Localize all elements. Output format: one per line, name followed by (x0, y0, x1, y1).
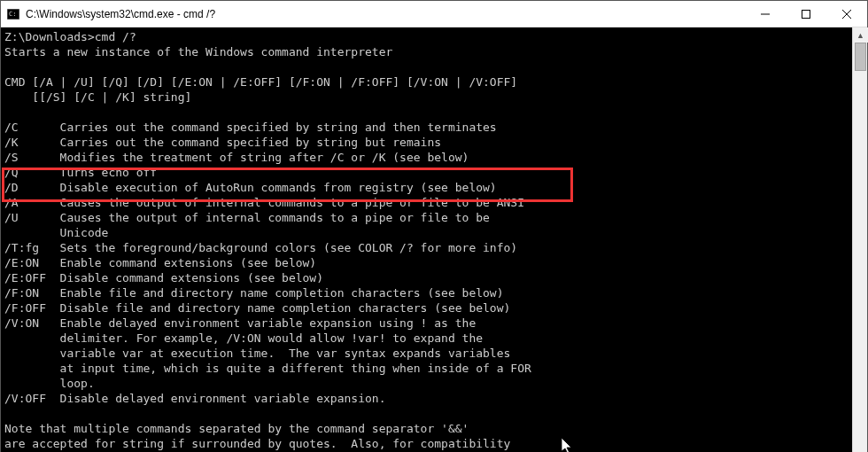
output-line: variable var at execution time. The var … (4, 347, 510, 360)
output-line: Unicode (4, 226, 108, 239)
scroll-thumb[interactable] (855, 43, 866, 71)
cmd-icon: C: (6, 7, 20, 21)
output-line: /V:ON Enable delayed environment variabl… (4, 316, 476, 330)
output-line: are accepted for string if surrounded by… (4, 437, 510, 450)
output-line: /E:ON Enable command extensions (see bel… (4, 256, 316, 269)
output-line: /F:OFF Disable file and directory name c… (4, 301, 510, 315)
output-line: Note that multiple commands separated by… (4, 422, 469, 435)
output-line: /E:OFF Disable command extensions (see b… (4, 271, 323, 284)
output-line: /F:ON Enable file and directory name com… (4, 286, 504, 300)
output-line: delimiter. For example, /V:ON would allo… (4, 331, 483, 345)
output-line: /A Causes the output of internal command… (4, 196, 524, 209)
output-line: at input time, which is quite a differen… (4, 362, 531, 375)
console-output[interactable]: Z:\Downloads>cmd /? Starts a new instanc… (1, 27, 852, 452)
prompt-path: Z:\Downloads> (4, 30, 95, 43)
titlebar[interactable]: C: C:\Windows\system32\cmd.exe - cmd /? (1, 1, 867, 27)
output-line: Starts a new instance of the Windows com… (4, 45, 392, 58)
output-line: CMD [/A | /U] [/Q] [/D] [/E:ON | /E:OFF]… (4, 75, 517, 89)
close-button[interactable] (826, 1, 867, 27)
output-line: [[/S] [/C | /K] string] (4, 90, 191, 104)
maximize-button[interactable] (786, 1, 826, 27)
output-line: /K Carries out the command specified by … (4, 136, 441, 149)
output-line: /D Disable execution of AutoRun commands… (4, 181, 497, 194)
output-line: loop. (4, 377, 95, 390)
console-area: Z:\Downloads>cmd /? Starts a new instanc… (1, 27, 867, 452)
output-line: /C Carries out the command specified by … (4, 121, 497, 134)
output-line: /T:fg Sets the foreground/background col… (4, 241, 517, 254)
window-title: C:\Windows\system32\cmd.exe - cmd /? (26, 8, 215, 20)
output-line: /V:OFF Disable delayed environment varia… (4, 392, 385, 405)
vertical-scrollbar[interactable]: ▲ ▼ (852, 27, 867, 452)
output-line: /S Modifies the treatment of string afte… (4, 151, 469, 164)
output-line: /Q Turns echo off (4, 166, 157, 179)
minimize-button[interactable] (745, 1, 786, 27)
svg-rect-3 (802, 10, 810, 18)
window-frame: C: C:\Windows\system32\cmd.exe - cmd /? … (0, 0, 868, 452)
prompt-command: cmd /? (95, 30, 136, 43)
output-line: /U Causes the output of internal command… (4, 211, 490, 224)
scroll-up-arrow[interactable]: ▲ (853, 27, 868, 43)
svg-text:C:: C: (9, 11, 16, 18)
